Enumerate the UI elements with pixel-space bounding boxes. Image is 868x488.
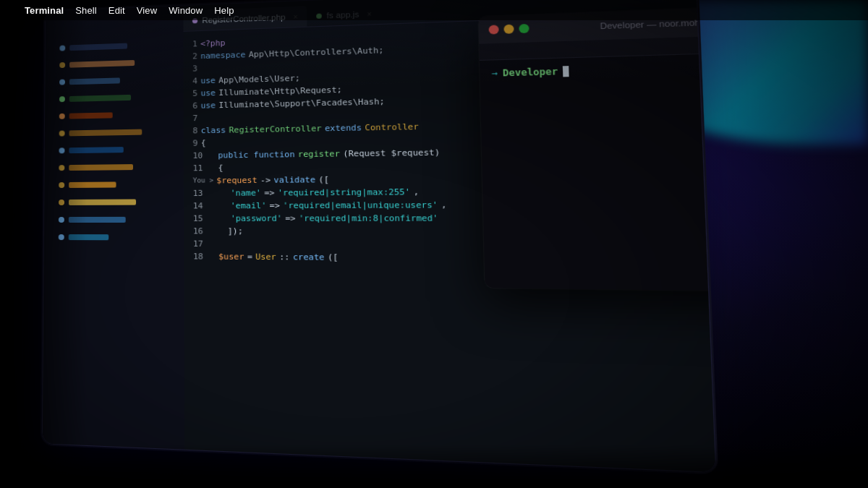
terminal-body[interactable]: → Developer: [480, 44, 715, 294]
terminal-window[interactable]: Developer — noor.mohammad@nlsrv01-netlin…: [478, 0, 715, 294]
maximize-button[interactable]: [519, 24, 529, 33]
menubar-window[interactable]: Window: [163, 4, 208, 17]
menubar: Terminal Shell Edit View Window Help: [0, 0, 868, 20]
menubar-edit[interactable]: Edit: [103, 4, 131, 17]
screen-content: RegisterController.php × fs app.js × 1 <…: [43, 0, 715, 472]
sidebar-item: [45, 123, 184, 141]
file-icon: [59, 46, 65, 51]
prompt-arrow-icon: →: [491, 68, 498, 79]
prompt-directory: Developer: [503, 67, 558, 79]
file-icon: [59, 165, 64, 171]
file-icon: [59, 234, 64, 240]
close-button[interactable]: [489, 25, 499, 34]
minimize-button[interactable]: [503, 25, 514, 34]
ide-sidebar: [43, 6, 184, 450]
sidebar-item: [44, 176, 184, 194]
menubar-view[interactable]: View: [131, 4, 163, 17]
file-icon: [59, 80, 65, 85]
file-icon: [59, 131, 65, 137]
file-icon: [59, 217, 64, 223]
bottom-shadow: [0, 445, 868, 488]
sidebar-item: [44, 194, 184, 210]
menubar-shell[interactable]: Shell: [69, 4, 103, 17]
cursor: [563, 66, 569, 77]
traffic-lights: [489, 24, 529, 35]
monitor-bezel: RegisterController.php × fs app.js × 1 <…: [42, 0, 717, 473]
file-icon: [59, 62, 65, 68]
sidebar-item: [44, 212, 184, 228]
file-icon: [59, 147, 64, 153]
file-icon: [59, 96, 65, 102]
sidebar-item: [45, 88, 184, 108]
file-icon: [59, 114, 65, 119]
sidebar-item: [44, 229, 184, 246]
file-icon: [59, 200, 64, 205]
sidebar-item: [45, 106, 184, 124]
file-icon: [59, 182, 64, 188]
sidebar-item: [46, 53, 184, 74]
sidebar-item: [44, 158, 184, 176]
sidebar-item: [45, 141, 184, 159]
menubar-help[interactable]: Help: [208, 4, 239, 17]
sidebar-item: [45, 71, 183, 90]
menubar-terminal[interactable]: Terminal: [19, 4, 69, 17]
